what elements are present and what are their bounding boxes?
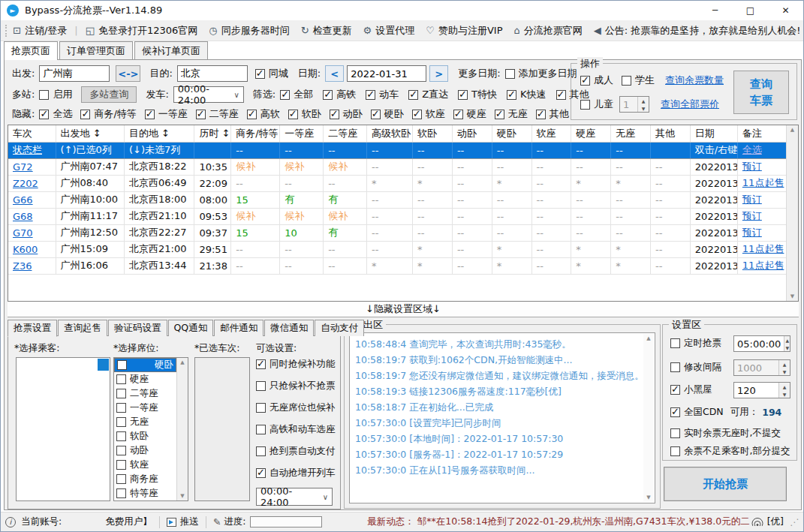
seat-list-scrollbar[interactable]: ▲ ▼ — [176, 358, 188, 500]
column-header[interactable]: 车次 — [8, 125, 56, 142]
column-header[interactable]: 二等座 — [324, 125, 367, 142]
seat-option-1[interactable]: 硬座 — [114, 372, 176, 386]
selected-trains-list[interactable] — [194, 357, 250, 501]
hide-option-10[interactable]: 无座 — [495, 107, 528, 121]
filter-option-4[interactable]: T特快 — [458, 88, 497, 101]
grab-tab-2[interactable]: 验证码设置 — [108, 320, 167, 336]
checkbox-icon[interactable] — [323, 90, 333, 100]
remark-link[interactable]: 11点起售 — [742, 243, 784, 254]
checkbox-icon[interactable] — [580, 100, 590, 110]
checkbox-icon[interactable] — [408, 90, 418, 100]
dest-input[interactable] — [177, 65, 248, 82]
checkbox-icon[interactable] — [288, 110, 298, 119]
hide-option-11[interactable]: 其他 — [536, 107, 569, 121]
checkbox-icon[interactable] — [256, 381, 266, 391]
checkbox-icon[interactable] — [116, 446, 126, 455]
checkbox-icon[interactable] — [116, 460, 126, 470]
close-button[interactable]: ✕ — [768, 1, 803, 20]
train-row[interactable]: G72广州南07:47北京西18:2210:35候补候补候补----------… — [8, 158, 787, 175]
output-scrollbar[interactable]: ▲ ▼ — [643, 334, 654, 502]
checkbox-icon[interactable] — [39, 110, 49, 119]
checkbox-icon[interactable] — [453, 110, 463, 119]
spin-down-icon[interactable]: ▼ — [784, 344, 790, 351]
scroll-down-icon[interactable]: ▼ — [180, 493, 184, 499]
train-link[interactable]: Z202 — [13, 178, 38, 189]
scroll-up-icon[interactable]: ▲ — [646, 335, 650, 341]
checkbox-icon[interactable] — [458, 90, 468, 100]
interval-stepper[interactable]: 1000 ▲▼ — [733, 359, 790, 376]
filter-option-1[interactable]: 高铁 — [323, 88, 356, 101]
checkbox-icon[interactable] — [256, 425, 266, 434]
train-row[interactable]: Z202广州08:40北京西06:4922:09------**--*--**-… — [8, 175, 787, 191]
column-header[interactable]: 备注 — [737, 125, 786, 142]
checkbox-icon[interactable] — [366, 90, 375, 100]
checkbox-icon[interactable] — [580, 76, 590, 86]
grab-tab-4[interactable]: 邮件通知 — [214, 320, 263, 336]
column-header[interactable]: 高级软卧 — [367, 125, 413, 142]
checkbox-icon[interactable] — [256, 468, 266, 478]
filter-option-3[interactable]: Z直达 — [408, 88, 448, 101]
hide-option-5[interactable]: 软卧 — [288, 107, 321, 121]
checkbox-icon[interactable] — [116, 431, 126, 441]
toolbar-item-sync-server-time[interactable]: ◷同步服务器时间 — [209, 24, 289, 38]
checkbox-icon[interactable] — [495, 110, 504, 119]
toolbar-item-official-site[interactable]: ⌂分流抢票官网 — [513, 24, 582, 38]
grab-option-0[interactable]: 同时抢候补功能 — [256, 357, 339, 371]
train-link[interactable]: G68 — [13, 211, 33, 222]
date-next-button[interactable]: > — [429, 65, 448, 82]
toolbar-item-set-proxy[interactable]: ⚙设置代理 — [363, 24, 415, 38]
checkbox-icon[interactable] — [117, 360, 127, 370]
toolbar-item-sponsor-vip[interactable]: ♡赞助与注册VIP — [426, 24, 502, 38]
checkbox-icon[interactable] — [116, 403, 126, 413]
checkbox-icon[interactable] — [536, 110, 546, 119]
checkbox-icon[interactable] — [330, 110, 339, 119]
train-row[interactable]: Z36广州16:06北京西13:4421:38------**--*--**--… — [8, 257, 787, 274]
checkbox-icon[interactable] — [80, 110, 90, 119]
timed-grab-stepper[interactable]: 05:00:00 ▲▼ — [733, 335, 790, 352]
checkbox-icon[interactable] — [247, 110, 257, 119]
spin-up-icon[interactable]: ▲ — [779, 383, 790, 390]
query-remaining-link[interactable]: 查询余票数量 — [665, 74, 724, 87]
spin-down-icon[interactable]: ▼ — [638, 104, 649, 112]
column-header[interactable]: 历时 ↕ — [194, 125, 231, 142]
remark-link[interactable]: 预订 — [742, 210, 762, 221]
hide-option-8[interactable]: 软座 — [412, 107, 445, 121]
seat-option-4[interactable]: 无座 — [114, 415, 176, 429]
cdn-checkbox[interactable] — [670, 407, 680, 417]
column-header[interactable]: 硬座 — [571, 125, 611, 142]
filter-option-0[interactable]: 全部 — [280, 88, 313, 101]
spin-up-icon[interactable]: ▲ — [784, 336, 790, 344]
remark-link[interactable]: 预订 — [742, 194, 762, 205]
table-scrollbar[interactable]: ▲ ▼ — [786, 125, 798, 301]
main-tab-2[interactable]: 候补订单页面 — [134, 41, 208, 59]
column-header[interactable]: 无座 — [611, 125, 651, 142]
maximize-button[interactable]: □ — [733, 1, 768, 20]
train-row[interactable]: K600广州15:09北京西21:0029:51--------*--*--**… — [8, 241, 787, 257]
toolbar-item-open-12306[interactable]: ◱免登录打开12306官网 — [86, 24, 198, 38]
hide-option-2[interactable]: 一等座 — [145, 107, 188, 121]
main-tab-1[interactable]: 订单管理页面 — [59, 41, 133, 59]
grab-option-5[interactable]: 自动抢增开列车 — [256, 466, 339, 480]
scroll-down-icon[interactable]: ▼ — [646, 494, 650, 500]
spin-up-icon[interactable]: ▲ — [779, 360, 790, 368]
hide-option-6[interactable]: 动卧 — [330, 107, 363, 121]
checkbox-icon[interactable] — [371, 110, 381, 119]
seat-option-2[interactable]: 二等座 — [114, 386, 176, 401]
remark-link[interactable]: 11点起售 — [742, 260, 784, 271]
partial-submit-checkbox[interactable] — [670, 446, 680, 456]
train-link[interactable]: Z36 — [13, 260, 32, 272]
enable-multi-checkbox[interactable]: 启用 — [39, 88, 72, 101]
start-grab-button[interactable]: 开始抢票 — [664, 467, 787, 501]
interval-checkbox[interactable] — [670, 362, 680, 372]
resize-grip[interactable]: ⋰ — [790, 517, 799, 527]
seat-option-7[interactable]: 软座 — [114, 458, 176, 472]
train-row[interactable]: G70广州南12:50北京西22:2709:371510有-----------… — [8, 224, 787, 241]
grab-time-range-select[interactable]: 00:00-24:00 ∨ — [256, 488, 333, 506]
checkbox-icon[interactable] — [255, 69, 265, 79]
add-more-dates-checkbox[interactable]: 添加更多日期 — [505, 67, 577, 80]
checkbox-icon[interactable] — [256, 359, 266, 369]
seat-option-3[interactable]: 一等座 — [114, 401, 176, 415]
train-row[interactable]: G68广州南11:17北京西21:1009:53候补候补候补----------… — [8, 208, 787, 224]
child-checkbox[interactable]: 儿童 — [580, 98, 613, 111]
hide-option-0[interactable]: 全选 — [39, 107, 72, 121]
